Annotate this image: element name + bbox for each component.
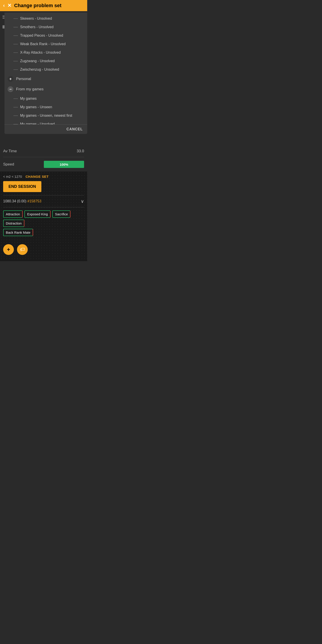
speed-bar: 100% [44,161,84,168]
page-title: Change problem set [14,3,61,8]
score-link[interactable]: #158753 [28,199,41,203]
av-time-value: 33.0 [77,149,84,154]
add-button[interactable]: + [3,244,14,255]
collapse-my-games-icon[interactable]: − [8,86,14,92]
av-time-row: Av Time 33.0 [3,145,84,157]
change-set-button[interactable]: CHANGE SET [26,175,48,178]
chevron-down-icon[interactable]: ∨ [81,198,84,204]
list-item[interactable]: Weak Back Rank - Unsolved [4,40,87,48]
my-games-unseen-newest-item[interactable]: My games - Unseen, newest first [4,111,87,120]
list-item[interactable]: Trapped Pieces - Unsolved [4,31,87,40]
tag-attraction[interactable]: Attraction [3,210,22,218]
main-content: Av Time 33.0 Speed 100% [0,145,87,172]
score-info: 1080.34 (0.00) #158753 [3,199,41,203]
list-item[interactable]: Zugzwang - Unsolved [4,57,87,65]
list-item[interactable]: Zwischenzug - Unsolved [4,65,87,74]
speed-row: Speed 100% [3,157,84,172]
tag-distraction[interactable]: Distraction [3,220,24,227]
bottom-actions: + 🏷 [3,241,84,258]
back-icon[interactable]: ‹ [3,3,5,8]
tag-back-rank-mate[interactable]: Back Rank Mate [3,229,33,236]
problem-set-list: Skewers - Unsolved Smothers - Unsolved T… [4,12,87,124]
score-text: 1080.34 (0.00) [3,199,26,203]
tags-row-2: Back Rank Mate [3,229,84,236]
close-icon[interactable]: ✕ [8,3,12,8]
bottom-section: < m2 < 1270 CHANGE SET END SESSION 1080.… [0,172,87,261]
end-session-button[interactable]: END SESSION [3,181,41,192]
expand-personal-icon[interactable]: + [8,76,14,82]
speed-value: 100% [60,162,68,166]
tags-section: Attraction Exposed King Sacrifice Distra… [3,207,84,241]
list-item[interactable]: X-Ray Attacks - Unsolved [4,48,87,57]
list-item[interactable]: Smothers - Unsolved [4,23,87,31]
av-time-label: Av Time [3,149,17,154]
score-row: 1080.34 (0.00) #158753 ∨ [3,195,84,207]
tag-exposed-king[interactable]: Exposed King [24,210,50,218]
tags-row: Attraction Exposed King Sacrifice Distra… [3,210,84,227]
cancel-button[interactable]: CANCEL [66,127,83,131]
change-problem-set-modal: Skewers - Unsolved Smothers - Unsolved T… [4,12,87,134]
header: ‹ ✕ Change problem set [0,0,87,11]
my-games-item[interactable]: My games [4,94,87,103]
tag-button[interactable]: 🏷 [17,244,28,255]
my-games-unsolved-item[interactable]: My games - Unsolved [4,120,87,124]
from-my-games-section[interactable]: − From my games [4,84,87,94]
my-games-unseen-item[interactable]: My games - Unseen [4,103,87,111]
tag-sacrifice[interactable]: Sacrifice [52,210,71,218]
speed-label: Speed [3,162,14,166]
personal-section[interactable]: + Personal [4,74,87,84]
cancel-row: CANCEL [4,124,87,134]
list-item[interactable]: Skewers - Unsolved [4,14,87,23]
set-row: < m2 < 1270 CHANGE SET [3,175,84,178]
set-range: < m2 < 1270 [3,175,22,178]
